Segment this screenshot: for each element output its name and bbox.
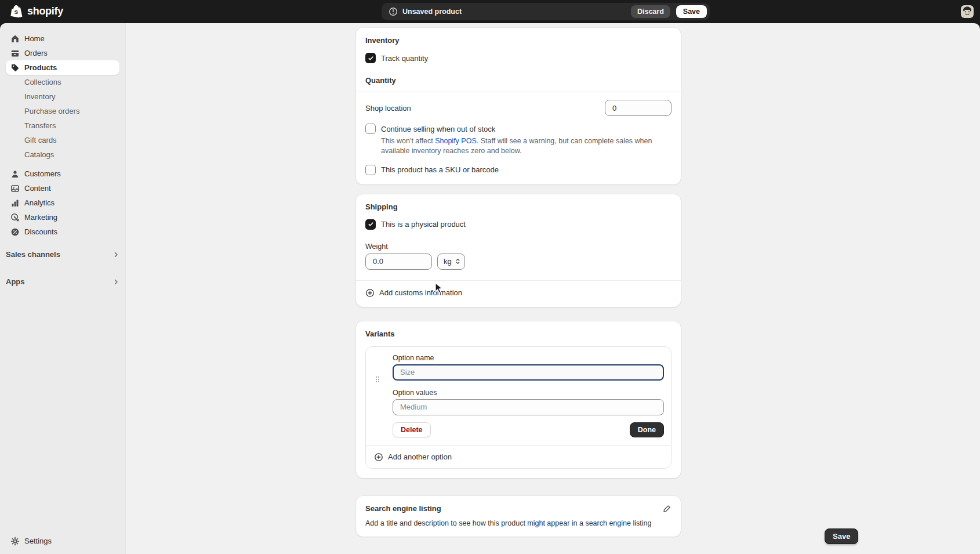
chevron-right-icon <box>112 278 119 285</box>
sidebar-item-label: Discounts <box>24 227 57 236</box>
physical-product-checkbox[interactable] <box>365 219 376 230</box>
sidebar-item-label: Catalogs <box>24 150 54 159</box>
unsaved-status-bar: Unsaved product Discard Save <box>382 3 710 20</box>
inventory-card: Inventory Track quantity Quantity Shop l… <box>356 28 681 184</box>
variants-title: Variants <box>365 329 672 338</box>
discard-button[interactable]: Discard <box>631 5 670 18</box>
customers-icon <box>10 169 20 179</box>
shopify-pos-link[interactable]: Shopify POS <box>435 137 477 145</box>
sidebar-item-label: Analytics <box>24 198 55 207</box>
alert-icon <box>389 7 398 16</box>
sidebar-item-customers[interactable]: Customers <box>6 166 119 181</box>
continue-selling-row: Continue selling when out of stock <box>365 124 672 134</box>
content-icon <box>10 184 20 193</box>
sidebar-section-apps[interactable]: Apps <box>0 274 119 289</box>
save-button-topbar[interactable]: Save <box>676 5 707 18</box>
help-text-pre: This won't affect <box>381 137 435 145</box>
gear-icon <box>10 537 20 546</box>
sidebar-item-discounts[interactable]: Discounts <box>6 225 119 239</box>
shop-location-label: Shop location <box>365 104 411 113</box>
sidebar-item-marketing[interactable]: Marketing <box>6 210 119 225</box>
sidebar-item-transfers[interactable]: Transfers <box>6 118 119 133</box>
sidebar-item-label: Settings <box>24 537 52 545</box>
sidebar-section-sales-channels[interactable]: Sales channels <box>0 247 119 262</box>
shipping-card: Shipping This is a physical product Weig… <box>356 194 681 307</box>
sidebar-item-label: Content <box>24 184 51 193</box>
sidebar-item-analytics[interactable]: Analytics <box>6 195 119 210</box>
discounts-icon <box>10 227 20 237</box>
continue-selling-help: This won't affect Shopify POS. Staff wil… <box>381 136 657 157</box>
svg-text:S: S <box>14 9 19 15</box>
shop-location-row: Shop location <box>365 92 672 124</box>
shopify-bag-icon: S <box>9 4 24 19</box>
option-name-label: Option name <box>393 354 664 362</box>
store-avatar[interactable] <box>961 5 974 18</box>
variant-option-box: Option name Option values Delete Done Ad… <box>365 346 672 469</box>
shopify-logo: S shopify <box>9 4 63 19</box>
save-button-footer[interactable]: Save <box>825 528 858 544</box>
sidebar-item-label: Transfers <box>24 121 56 130</box>
sidebar-item-gift-cards[interactable]: Gift cards <box>6 133 119 147</box>
weight-unit-select[interactable]: kg <box>437 254 465 270</box>
checkmark-icon <box>368 55 374 61</box>
sidebar-item-content[interactable]: Content <box>6 181 119 195</box>
option-editor: Option name Option values Delete Done <box>366 347 671 446</box>
main-content: Inventory Track quantity Quantity Shop l… <box>356 28 681 537</box>
sku-checkbox[interactable] <box>365 165 376 175</box>
weight-row: kg <box>365 254 672 270</box>
physical-product-label: This is a physical product <box>381 220 466 229</box>
marketing-icon <box>10 213 20 222</box>
seo-card: Search engine listing Add a title and de… <box>356 496 681 537</box>
weight-input[interactable] <box>365 254 432 270</box>
drag-handle-icon[interactable] <box>375 375 380 386</box>
sidebar-item-label: Marketing <box>24 213 57 222</box>
sales-channels-label: Sales channels <box>6 250 60 259</box>
avatar-image-icon <box>961 5 974 18</box>
sidebar-item-inventory[interactable]: Inventory <box>6 89 119 104</box>
plus-circle-icon <box>365 288 375 298</box>
variants-card: Variants Option name Option values Delet… <box>356 321 681 478</box>
track-quantity-row: Track quantity <box>365 53 672 63</box>
apps-label: Apps <box>6 277 25 286</box>
edit-pencil-icon[interactable] <box>663 504 672 513</box>
sidebar-item-label: Collections <box>24 78 61 86</box>
done-option-button[interactable]: Done <box>630 422 664 437</box>
delete-option-button[interactable]: Delete <box>393 422 431 437</box>
sidebar-item-label: Gift cards <box>24 136 57 144</box>
sidebar-item-catalogs[interactable]: Catalogs <box>6 147 119 162</box>
sidebar: Home Orders Products Collections Invento… <box>0 23 126 554</box>
option-name-input[interactable] <box>393 364 664 381</box>
topbar: S shopify Unsaved product Discard Save <box>0 0 980 23</box>
quantity-subtitle: Quantity <box>365 76 672 85</box>
option-value-input[interactable] <box>393 399 664 415</box>
sidebar-item-products[interactable]: Products <box>6 60 119 75</box>
add-another-option-link[interactable]: Add another option <box>366 446 671 468</box>
add-customs-link[interactable]: Add customs information <box>365 281 672 298</box>
physical-product-row: This is a physical product <box>365 219 672 230</box>
workspace: Home Orders Products Collections Invento… <box>0 23 980 554</box>
sidebar-item-collections[interactable]: Collections <box>6 75 119 89</box>
sidebar-item-home[interactable]: Home <box>6 31 119 46</box>
sidebar-item-orders[interactable]: Orders <box>6 46 119 60</box>
chevron-right-icon <box>112 251 119 258</box>
inventory-title: Inventory <box>365 36 672 45</box>
track-quantity-label: Track quantity <box>381 54 428 63</box>
sidebar-item-label: Purchase orders <box>24 107 79 115</box>
sidebar-item-purchase-orders[interactable]: Purchase orders <box>6 104 119 118</box>
sku-label: This product has a SKU or barcode <box>381 165 499 174</box>
orders-icon <box>10 49 20 58</box>
add-another-option-label: Add another option <box>388 452 452 461</box>
continue-selling-checkbox[interactable] <box>365 124 376 134</box>
weight-unit-value: kg <box>444 257 452 266</box>
option-values-label: Option values <box>393 389 664 397</box>
sku-row: This product has a SKU or barcode <box>365 165 672 175</box>
analytics-icon <box>10 198 20 208</box>
tag-icon <box>10 63 20 73</box>
weight-label: Weight <box>365 242 672 251</box>
quantity-input[interactable] <box>605 100 672 116</box>
sidebar-item-settings[interactable]: Settings <box>6 534 119 548</box>
brand-wordmark: shopify <box>27 5 63 17</box>
seo-description: Add a title and description to see how t… <box>365 519 672 527</box>
seo-title: Search engine listing <box>365 504 441 513</box>
track-quantity-checkbox[interactable] <box>365 53 376 63</box>
